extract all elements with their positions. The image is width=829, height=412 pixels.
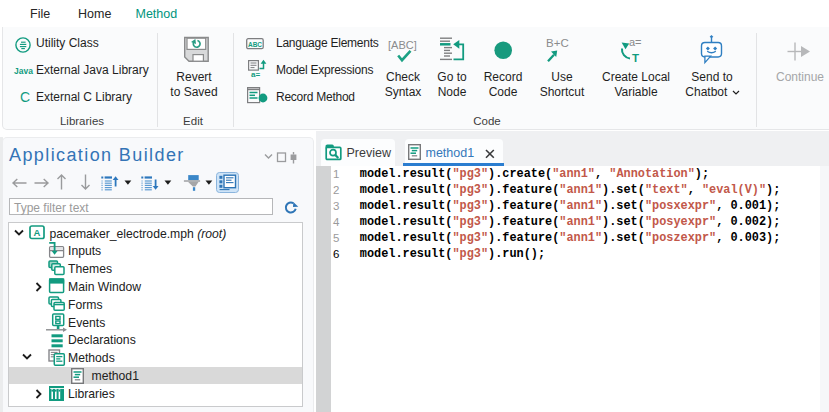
svg-text:a=: a= (251, 70, 260, 79)
svg-text:A: A (34, 227, 41, 238)
svg-text:ABC: ABC (248, 41, 262, 48)
